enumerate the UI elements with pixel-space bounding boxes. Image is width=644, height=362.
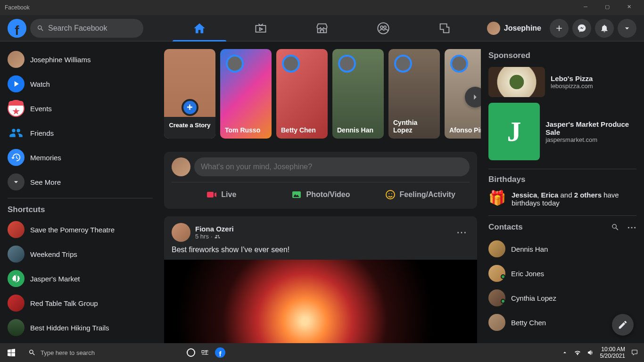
separator	[488, 169, 636, 169]
sidebar-profile-link[interactable]: Josephine Williams	[4, 47, 157, 72]
contact-item[interactable]: Cynthia Lopez	[488, 286, 636, 310]
search-placeholder: Search Facebook	[48, 24, 107, 33]
contact-item[interactable]: Dennis Han	[488, 237, 636, 261]
wifi-icon[interactable]	[574, 349, 581, 356]
gaming-icon	[438, 22, 451, 35]
sidebar-item-friends[interactable]: Friends	[4, 121, 157, 145]
shortcut-thumb	[8, 319, 25, 336]
contact-avatar	[488, 265, 505, 282]
contacts-search-button[interactable]	[611, 223, 619, 231]
story-name: Dennis Han	[337, 126, 379, 134]
composer-card: Live Photo/Video Feeling/Activity	[164, 152, 477, 209]
post-author-avatar[interactable]	[172, 223, 190, 242]
create-story-card[interactable]: + Create a Story	[164, 49, 215, 139]
nav-marketplace[interactable]	[291, 15, 353, 41]
create-button[interactable]	[550, 19, 569, 38]
taskbar-search-placeholder: Type here to search	[41, 349, 95, 356]
post-image[interactable]	[164, 260, 477, 347]
sponsored-heading: Sponsored	[488, 49, 636, 64]
post-author-name[interactable]: Fiona Ozeri	[195, 225, 234, 233]
post-more-button[interactable]: ⋯	[454, 223, 470, 241]
profile-chip[interactable]: Josephine	[485, 20, 546, 37]
windows-icon	[8, 349, 15, 356]
shortcut-thumb	[8, 246, 25, 263]
sidebar-see-more[interactable]: See More	[4, 170, 157, 194]
composer-feeling-button[interactable]: Feeling/Activity	[370, 186, 470, 203]
composer-photo-button[interactable]: Photo/Video	[271, 186, 371, 203]
cortana-button[interactable]	[187, 348, 195, 357]
taskbar-clock[interactable]: 10:00 AM 5/20/2021	[600, 346, 625, 360]
shortcut-item[interactable]: Save the Pomeroy Theatre	[4, 217, 157, 242]
sidebar-item-events[interactable]: Events	[4, 96, 157, 121]
account-menu-button[interactable]	[618, 19, 636, 38]
start-button[interactable]	[0, 349, 23, 356]
taskbar-search[interactable]: Type here to search	[23, 349, 183, 356]
create-story-label: Create a Story	[164, 117, 215, 139]
sidebar-item-watch[interactable]: Watch	[4, 72, 157, 96]
composer-avatar[interactable]	[172, 157, 190, 176]
svg-point-6	[391, 193, 392, 194]
window-maximize-button[interactable]: ▢	[597, 0, 618, 14]
composer-live-button[interactable]: Live	[172, 186, 271, 203]
events-tile-icon	[8, 100, 25, 117]
contacts-more-button[interactable]: ⋯	[627, 222, 636, 233]
svg-point-2	[384, 26, 386, 28]
nav-watch[interactable]	[230, 15, 291, 41]
bell-icon	[600, 24, 609, 33]
story-card[interactable]: Betty Chen	[276, 49, 328, 139]
nav-home[interactable]	[169, 15, 230, 41]
facebook-logo-icon[interactable]: f	[8, 19, 26, 38]
messenger-button[interactable]	[572, 19, 591, 38]
shortcut-item[interactable]: Red Table Talk Group	[4, 291, 157, 315]
tray-chevron-up-icon[interactable]	[561, 349, 568, 356]
story-card[interactable]: Tom Russo	[220, 49, 272, 139]
birthdays-heading: Birthdays	[488, 173, 636, 188]
chevron-right-icon	[470, 92, 480, 102]
svg-point-0	[378, 23, 388, 33]
sponsor-title: Lebo's Pizza	[551, 74, 593, 82]
search-icon	[37, 25, 44, 32]
left-sidebar: Josephine Williams Watch Events Friends …	[0, 41, 160, 347]
sidebar-item-label: Watch	[30, 80, 50, 88]
shortcut-item[interactable]: Jasper's Market	[4, 266, 157, 291]
memories-tile-icon	[8, 149, 25, 166]
window-minimize-button[interactable]: ─	[575, 0, 596, 14]
shortcut-item[interactable]: Best Hidden Hiking Trails	[4, 315, 157, 340]
sidebar-item-memories[interactable]: Memories	[4, 145, 157, 170]
search-input[interactable]: Search Facebook	[30, 19, 143, 38]
sponsor-image	[488, 103, 540, 160]
taskbar-facebook-app[interactable]: f	[215, 347, 225, 358]
task-view-icon	[201, 348, 209, 357]
nav-groups[interactable]	[353, 15, 414, 41]
post-meta: 5 hrs ·	[195, 233, 234, 240]
svg-point-5	[388, 193, 389, 194]
composer-input[interactable]	[194, 157, 470, 176]
shortcut-item[interactable]: Weekend Trips	[4, 242, 157, 266]
window-title: Facebook	[5, 4, 30, 11]
nav-gaming[interactable]	[414, 15, 475, 41]
task-view-button[interactable]	[201, 348, 209, 357]
shortcut-label: Weekend Trips	[30, 250, 77, 258]
story-card[interactable]: Dennis Han	[332, 49, 384, 139]
photo-video-icon	[291, 189, 302, 200]
live-video-icon	[206, 189, 217, 200]
marketplace-icon	[315, 22, 329, 35]
birthdays-row[interactable]: 🎁 Jessica, Erica and 2 others have birth…	[488, 188, 636, 210]
sidebar-item-label: Memories	[30, 154, 61, 162]
sponsored-item[interactable]: Jasper's Market Produce Sale jaspersmark…	[488, 100, 636, 163]
windows-taskbar: Type here to search f 10:00 AM 5/20/2021	[0, 343, 644, 362]
new-message-button[interactable]	[612, 314, 634, 336]
sponsored-item[interactable]: Lebo's Pizza lebospizza.com	[488, 64, 636, 100]
window-close-button[interactable]: ✕	[619, 0, 639, 14]
story-card[interactable]: Cynthia Lopez	[388, 49, 440, 139]
sponsor-url: jaspersmarket.com	[545, 136, 636, 143]
action-center-icon[interactable]	[631, 349, 638, 356]
online-indicator	[501, 274, 505, 279]
app-header: f Search Facebook Josephine	[0, 15, 644, 41]
sidebar-user-name: Josephine Williams	[30, 56, 91, 64]
volume-icon[interactable]	[587, 349, 594, 356]
notifications-button[interactable]	[595, 19, 614, 38]
birthdays-text: Jessica, Erica and 2 others have birthda…	[512, 191, 636, 207]
profile-name: Josephine	[504, 24, 541, 33]
contact-item[interactable]: Eric Jones	[488, 261, 636, 286]
